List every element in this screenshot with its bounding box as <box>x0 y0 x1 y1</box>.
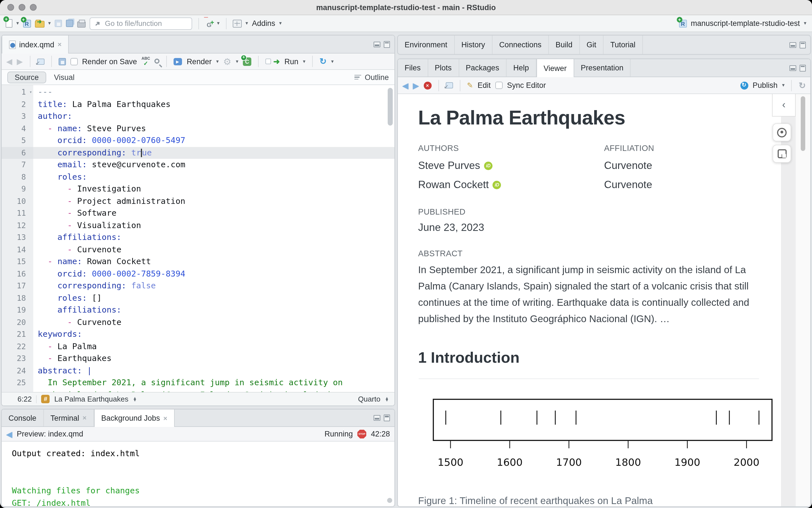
file-type-label[interactable]: Quarto <box>358 395 381 403</box>
minimize-pane-icon[interactable] <box>789 42 796 48</box>
tab-git[interactable]: Git <box>580 36 604 54</box>
tab-viewer[interactable]: Viewer <box>536 59 574 77</box>
code-line[interactable]: 12 - Visualization <box>2 219 395 231</box>
chevron-down-icon[interactable]: ▾ <box>217 21 219 26</box>
code-line[interactable]: 15 - name: Rowan Cockett <box>2 256 395 268</box>
publish-label[interactable]: Publish <box>753 81 778 90</box>
code-line[interactable]: 10 - Project administration <box>2 195 395 207</box>
console-scrollbar[interactable] <box>387 498 392 503</box>
goto-file-box[interactable]: ➜ <box>90 17 192 30</box>
chevron-down-icon[interactable]: ▾ <box>216 59 219 64</box>
stop-icon[interactable]: STOP <box>357 429 366 438</box>
open-in-new-window-icon[interactable] <box>445 82 453 88</box>
tab-environment[interactable]: Environment <box>398 36 455 54</box>
tab-help[interactable]: Help <box>506 59 536 77</box>
close-window-button[interactable] <box>7 4 14 11</box>
code-line[interactable]: 20 - Curvenote <box>2 316 395 328</box>
tab-files[interactable]: Files <box>398 59 428 77</box>
edit-pencil-icon[interactable]: ✎ <box>467 81 473 90</box>
insert-chunk-icon[interactable]: C <box>243 57 251 66</box>
chevron-down-icon[interactable]: ▾ <box>16 21 19 26</box>
code-line[interactable]: 23 - Earthquakes <box>2 352 395 365</box>
spellcheck-icon[interactable]: ABC✓ <box>141 57 150 66</box>
code-line[interactable]: 6 corresponding: true <box>2 147 395 159</box>
back-icon[interactable]: ◀ <box>6 57 12 66</box>
minimize-pane-icon[interactable] <box>789 65 796 71</box>
open-in-new-window-icon[interactable] <box>37 58 44 65</box>
code-line[interactable]: 14 - Curvenote <box>2 244 395 256</box>
section-navigator[interactable]: La Palma Earthquakes <box>54 395 128 403</box>
console-output[interactable]: Output created: index.html Watching file… <box>2 441 395 507</box>
fold-arrow-icon[interactable]: ▾ <box>29 86 32 98</box>
chevron-down-icon[interactable]: ▾ <box>331 59 334 64</box>
tab-index-qmd[interactable]: index.qmd × <box>2 36 69 53</box>
minimize-pane-icon[interactable] <box>374 415 380 421</box>
chevron-down-icon[interactable]: ▾ <box>782 83 785 88</box>
run-label[interactable]: Run <box>284 57 298 66</box>
tab-console[interactable]: Console <box>2 410 44 426</box>
maximize-pane-icon[interactable] <box>384 415 390 421</box>
goto-file-input[interactable] <box>104 18 187 28</box>
save-icon[interactable] <box>55 20 62 27</box>
viewer-scrollbar[interactable] <box>801 96 805 151</box>
outline-icon[interactable] <box>355 74 361 81</box>
annotation-note-button[interactable] <box>773 145 791 163</box>
zoom-window-button[interactable] <box>30 4 37 11</box>
source-rerun-icon[interactable]: ↻ <box>320 56 327 67</box>
code-line[interactable]: 18 roles: [] <box>2 292 395 304</box>
code-editor[interactable]: 1▾---2title: La Palma Earthquakes3author… <box>2 85 395 393</box>
tab-packages[interactable]: Packages <box>459 59 506 77</box>
source-mode-button[interactable]: Source <box>7 71 46 83</box>
close-icon[interactable]: × <box>58 41 62 48</box>
forward-icon[interactable]: ▶ <box>413 81 419 90</box>
code-line[interactable]: 13 affiliations: <box>2 231 395 244</box>
edit-label[interactable]: Edit <box>478 81 491 90</box>
new-project-icon[interactable]: R <box>23 19 31 27</box>
visual-mode-button[interactable]: Visual <box>46 72 83 83</box>
tab-connections[interactable]: Connections <box>492 36 549 54</box>
forward-icon[interactable]: ▶ <box>17 57 23 66</box>
tab-tutorial[interactable]: Tutorial <box>604 36 643 54</box>
code-line[interactable]: 17 corresponding: false <box>2 280 395 292</box>
version-control-button[interactable]: G ▾ <box>205 19 219 28</box>
code-line[interactable]: 19 affiliations: <box>2 304 395 316</box>
outline-label[interactable]: Outline <box>365 73 389 81</box>
code-line[interactable]: 21keywords: <box>2 328 395 340</box>
updown-icon[interactable]: ▲▼ <box>133 397 137 401</box>
chevron-down-icon[interactable]: ▾ <box>303 59 306 64</box>
maximize-pane-icon[interactable] <box>800 41 806 48</box>
save-icon[interactable] <box>58 58 66 65</box>
orcid-icon[interactable]: iD <box>484 161 492 170</box>
open-file-button[interactable]: ▾ <box>35 19 51 28</box>
refresh-icon[interactable]: ↻ <box>799 80 806 90</box>
tab-plots[interactable]: Plots <box>428 59 459 77</box>
chevron-down-icon[interactable]: ▾ <box>245 21 248 26</box>
tab-background-jobs[interactable]: Background Jobs× <box>94 410 175 427</box>
sync-editor-checkbox[interactable] <box>495 82 502 89</box>
updown-icon[interactable]: ▲▼ <box>385 397 389 401</box>
tab-history[interactable]: History <box>455 36 492 54</box>
run-arrow-icon[interactable]: ➜ <box>273 57 280 66</box>
chevron-down-icon[interactable]: ▾ <box>236 59 238 64</box>
code-line[interactable]: 3author: <box>2 111 395 123</box>
publish-icon[interactable] <box>740 81 748 89</box>
code-line[interactable]: 8 roles: <box>2 171 395 183</box>
back-icon[interactable]: ◀ <box>402 81 409 90</box>
orcid-icon[interactable]: iD <box>493 180 501 189</box>
code-line[interactable]: 9 - Investigation <box>2 183 395 195</box>
code-line[interactable]: 11 - Software <box>2 207 395 219</box>
render-on-save-checkbox[interactable] <box>70 58 78 65</box>
code-line[interactable]: 4 - name: Steve Purves <box>2 123 395 135</box>
minimize-window-button[interactable] <box>18 4 25 11</box>
render-icon[interactable] <box>174 58 182 65</box>
maximize-pane-icon[interactable] <box>384 41 390 48</box>
search-icon[interactable] <box>155 58 160 64</box>
maximize-pane-icon[interactable] <box>800 65 806 71</box>
back-icon[interactable]: ◀ <box>6 429 12 438</box>
minimize-pane-icon[interactable] <box>374 41 380 47</box>
tab-presentation[interactable]: Presentation <box>574 59 631 77</box>
editor-scrollbar[interactable] <box>388 88 393 126</box>
render-label[interactable]: Render <box>187 57 212 66</box>
code-line[interactable]: 25 In September 2021, a significant jump… <box>2 377 395 389</box>
clear-viewer-icon[interactable]: × <box>423 81 431 89</box>
